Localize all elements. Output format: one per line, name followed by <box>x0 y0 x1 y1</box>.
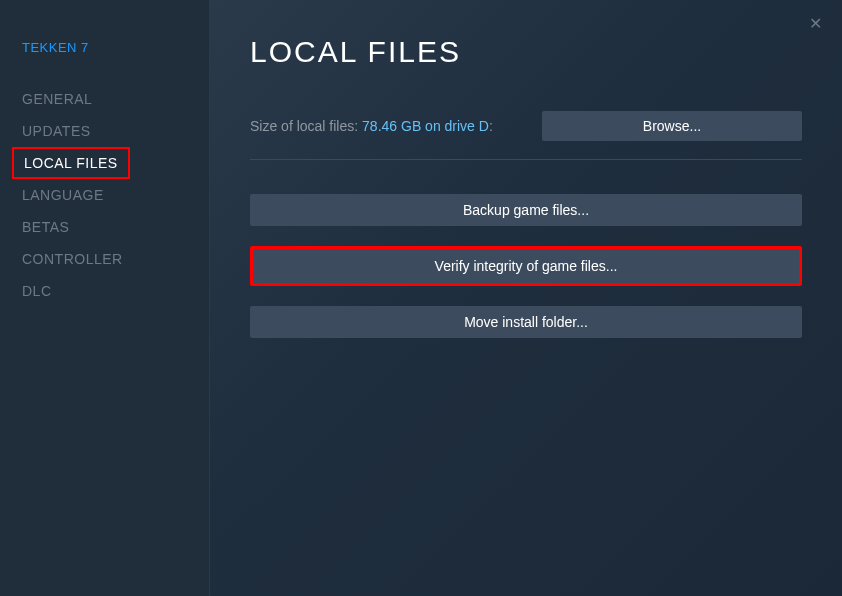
sidebar-item-language[interactable]: LANGUAGE <box>22 179 104 211</box>
move-button[interactable]: Move install folder... <box>250 306 802 338</box>
properties-window: TEKKEN 7 GENERAL UPDATES LOCAL FILES LAN… <box>0 0 842 596</box>
sidebar: TEKKEN 7 GENERAL UPDATES LOCAL FILES LAN… <box>0 0 210 596</box>
sidebar-item-updates[interactable]: UPDATES <box>22 115 91 147</box>
action-buttons: Backup game files... Verify integrity of… <box>250 194 802 338</box>
page-title: LOCAL FILES <box>250 35 802 69</box>
close-icon: ✕ <box>809 15 822 32</box>
game-title: TEKKEN 7 <box>22 40 209 55</box>
main-panel: ✕ LOCAL FILES Size of local files: 78.46… <box>210 0 842 596</box>
sidebar-item-general[interactable]: GENERAL <box>22 83 92 115</box>
sidebar-item-betas[interactable]: BETAS <box>22 211 69 243</box>
close-button[interactable]: ✕ <box>805 10 826 37</box>
sidebar-nav: GENERAL UPDATES LOCAL FILES LANGUAGE BET… <box>22 83 209 307</box>
size-info-row: Size of local files: 78.46 GB on drive D… <box>250 111 802 141</box>
browse-button[interactable]: Browse... <box>542 111 802 141</box>
backup-button[interactable]: Backup game files... <box>250 194 802 226</box>
sidebar-item-local-files[interactable]: LOCAL FILES <box>12 147 130 179</box>
size-value: 78.46 GB on drive D <box>362 118 489 134</box>
sidebar-item-dlc[interactable]: DLC <box>22 275 52 307</box>
size-info-text: Size of local files: 78.46 GB on drive D… <box>250 118 493 134</box>
sidebar-item-controller[interactable]: CONTROLLER <box>22 243 123 275</box>
size-colon: : <box>489 118 493 134</box>
size-label: Size of local files: <box>250 118 362 134</box>
verify-button[interactable]: Verify integrity of game files... <box>250 246 802 286</box>
divider <box>250 159 802 160</box>
